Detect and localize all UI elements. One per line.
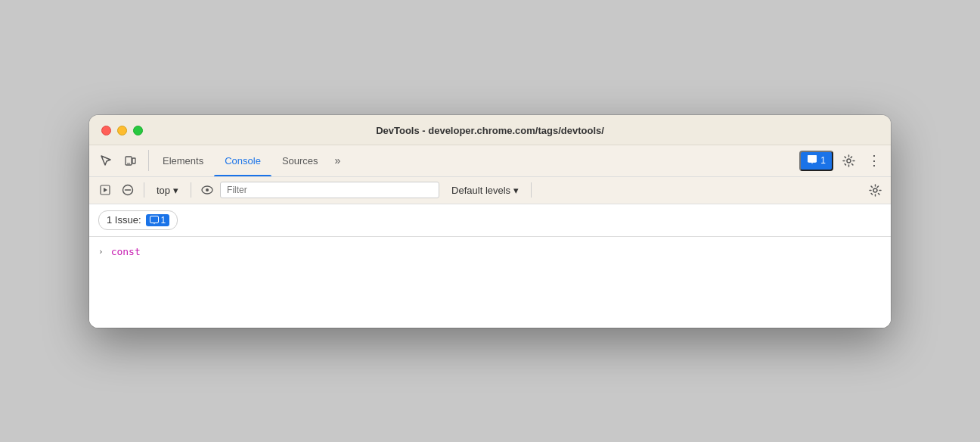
issues-prefix: 1 Issue: xyxy=(107,214,141,226)
device-toolbar-button[interactable] xyxy=(119,150,141,171)
settings-gear-button[interactable] xyxy=(838,150,859,171)
svg-point-4 xyxy=(847,159,851,163)
maximize-button[interactable] xyxy=(133,126,143,135)
console-output: › const xyxy=(89,237,891,328)
issues-bar: 1 Issue: 1 xyxy=(89,204,891,237)
title-bar: DevTools - developer.chrome.com/tags/dev… xyxy=(89,115,891,145)
devtools-window: DevTools - developer.chrome.com/tags/dev… xyxy=(89,115,891,328)
filter-input[interactable] xyxy=(220,182,439,198)
svg-point-11 xyxy=(873,188,877,192)
tab-bar: Elements Console Sources » 1 xyxy=(89,145,891,177)
issues-badge-number: 1 xyxy=(161,215,166,226)
tab-sources[interactable]: Sources xyxy=(271,145,329,176)
tab-bar-icons xyxy=(95,150,149,171)
console-toolbar: top ▾ Default levels ▾ xyxy=(89,177,891,204)
eye-filter-button[interactable] xyxy=(197,180,217,200)
toolbar-divider-3 xyxy=(531,182,532,198)
tab-elements[interactable]: Elements xyxy=(152,145,214,176)
traffic-lights xyxy=(101,126,143,135)
default-levels-label: Default levels xyxy=(451,185,510,196)
levels-chevron-icon: ▾ xyxy=(513,185,519,196)
console-keyword-const: const xyxy=(111,246,141,257)
devtools-panel: Elements Console Sources » 1 xyxy=(89,145,891,328)
tab-console[interactable]: Console xyxy=(214,145,271,176)
issues-pill-button[interactable]: 1 Issue: 1 xyxy=(98,210,178,230)
issues-count: 1 xyxy=(820,155,826,166)
more-options-button[interactable]: ⋮ xyxy=(864,150,885,171)
issues-blue-badge: 1 xyxy=(146,214,170,226)
svg-rect-12 xyxy=(150,216,158,223)
svg-point-10 xyxy=(206,188,209,191)
toolbar-divider-1 xyxy=(144,182,144,198)
tab-bar-right: 1 ⋮ xyxy=(799,150,885,171)
inspect-icon-button[interactable] xyxy=(95,150,116,171)
svg-rect-1 xyxy=(132,158,135,163)
svg-marker-6 xyxy=(104,188,107,192)
close-button[interactable] xyxy=(101,126,111,135)
context-selector-button[interactable]: top ▾ xyxy=(150,183,185,198)
clear-errors-button[interactable] xyxy=(118,180,138,200)
context-selector-label: top xyxy=(157,185,170,196)
console-expand-chevron[interactable]: › xyxy=(98,247,104,257)
chevron-down-icon: ▾ xyxy=(173,185,178,196)
minimize-button[interactable] xyxy=(117,126,127,135)
default-levels-button[interactable]: Default levels ▾ xyxy=(445,183,525,198)
issues-badge-icon xyxy=(807,154,817,167)
tab-more-button[interactable]: » xyxy=(329,145,347,176)
window-title: DevTools - developer.chrome.com/tags/dev… xyxy=(376,125,604,136)
console-line-1: › const xyxy=(89,243,891,260)
console-settings-gear-button[interactable] xyxy=(865,180,885,200)
issues-badge-button[interactable]: 1 xyxy=(799,151,833,171)
toolbar-divider-2 xyxy=(191,182,191,198)
run-script-button[interactable] xyxy=(95,180,115,200)
